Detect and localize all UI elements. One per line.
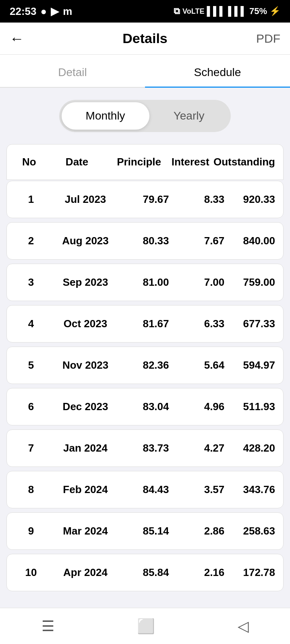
cell-outstanding: 759.00 bbox=[240, 276, 275, 289]
whatsapp-icon: ● bbox=[41, 5, 47, 18]
yearly-toggle-button[interactable]: Yearly bbox=[149, 102, 229, 130]
bottom-navigation: ☰ ⬜ ◁ bbox=[0, 608, 290, 644]
cell-interest: 4.27 bbox=[188, 442, 240, 454]
lightning-icon: ⚡ bbox=[269, 6, 280, 17]
cell-outstanding: 677.33 bbox=[240, 318, 275, 330]
signal-icon-1: ▌▌▌ bbox=[207, 6, 226, 17]
home-icon[interactable]: ⬜ bbox=[137, 618, 155, 635]
cell-interest: 7.67 bbox=[188, 235, 240, 247]
cell-principle: 83.04 bbox=[124, 400, 188, 413]
location-icon: ▶ bbox=[51, 5, 59, 18]
col-header-outstanding: Outstanding bbox=[213, 156, 275, 168]
cell-principle: 84.43 bbox=[124, 483, 188, 496]
cell-interest: 3.57 bbox=[188, 483, 240, 496]
nav-back-icon[interactable]: ◁ bbox=[238, 618, 249, 635]
table-row: 8 Feb 2024 84.43 3.57 343.76 bbox=[6, 471, 284, 508]
view-toggle-container: Monthly Yearly bbox=[0, 88, 290, 144]
cell-no: 4 bbox=[15, 318, 47, 330]
cell-no: 2 bbox=[15, 235, 47, 247]
table-row: 7 Jan 2024 83.73 4.27 428.20 bbox=[6, 429, 284, 467]
cell-outstanding: 258.63 bbox=[240, 525, 275, 537]
volte-icon: VoLTE bbox=[182, 7, 204, 16]
table-header: No Date Principle Interest Outstanding bbox=[6, 144, 284, 180]
tab-bar: Detail Schedule bbox=[0, 55, 290, 88]
cell-interest: 8.33 bbox=[188, 193, 240, 206]
status-time: 22:53 bbox=[10, 5, 37, 18]
tab-detail[interactable]: Detail bbox=[0, 55, 145, 87]
col-header-no: No bbox=[15, 156, 43, 168]
col-header-principle: Principle bbox=[111, 156, 168, 168]
cell-date: Oct 2023 bbox=[47, 318, 124, 330]
view-toggle: Monthly Yearly bbox=[59, 100, 231, 132]
cell-no: 1 bbox=[15, 193, 47, 206]
cell-date: Apr 2024 bbox=[47, 566, 124, 579]
col-header-interest: Interest bbox=[167, 156, 213, 168]
table-row: 1 Jul 2023 79.67 8.33 920.33 bbox=[6, 181, 284, 218]
cell-outstanding: 594.97 bbox=[240, 359, 275, 372]
col-header-date: Date bbox=[43, 156, 110, 168]
cell-principle: 81.00 bbox=[124, 276, 188, 289]
cell-interest: 2.16 bbox=[188, 566, 240, 579]
table-row: 6 Dec 2023 83.04 4.96 511.93 bbox=[6, 388, 284, 425]
page-title: Details bbox=[122, 31, 168, 46]
table-row: 3 Sep 2023 81.00 7.00 759.00 bbox=[6, 264, 284, 301]
cell-no: 3 bbox=[15, 276, 47, 289]
cell-principle: 85.14 bbox=[124, 525, 188, 537]
cell-principle: 83.73 bbox=[124, 442, 188, 454]
cell-interest: 4.96 bbox=[188, 400, 240, 413]
cell-principle: 80.33 bbox=[124, 235, 188, 247]
cell-outstanding: 428.20 bbox=[240, 442, 275, 454]
cell-date: Nov 2023 bbox=[47, 359, 124, 372]
cell-date: Sep 2023 bbox=[47, 276, 124, 289]
mail-icon: m bbox=[63, 5, 72, 18]
status-left: 22:53 ● ▶ m bbox=[10, 5, 72, 18]
cell-outstanding: 343.76 bbox=[240, 483, 275, 496]
cell-principle: 82.36 bbox=[124, 359, 188, 372]
cell-date: Aug 2023 bbox=[47, 235, 124, 247]
cell-date: Dec 2023 bbox=[47, 400, 124, 413]
back-button[interactable]: ← bbox=[10, 30, 24, 47]
monthly-toggle-button[interactable]: Monthly bbox=[62, 102, 149, 130]
table-row: 9 Mar 2024 85.14 2.86 258.63 bbox=[6, 512, 284, 550]
sim-icon: ⧉ bbox=[174, 6, 180, 17]
cell-outstanding: 511.93 bbox=[240, 400, 275, 413]
cell-interest: 2.86 bbox=[188, 525, 240, 537]
header: ← Details PDF bbox=[0, 23, 290, 55]
cell-principle: 85.84 bbox=[124, 566, 188, 579]
battery-status: 75% bbox=[249, 6, 267, 17]
cell-date: Jan 2024 bbox=[47, 442, 124, 454]
status-right: ⧉ VoLTE ▌▌▌ ▌▌▌ 75% ⚡ bbox=[174, 6, 280, 17]
status-bar: 22:53 ● ▶ m ⧉ VoLTE ▌▌▌ ▌▌▌ 75% ⚡ bbox=[0, 0, 290, 23]
cell-no: 7 bbox=[15, 442, 47, 454]
cell-no: 10 bbox=[15, 566, 47, 579]
cell-interest: 7.00 bbox=[188, 276, 240, 289]
cell-no: 6 bbox=[15, 400, 47, 413]
cell-outstanding: 840.00 bbox=[240, 235, 275, 247]
cell-no: 9 bbox=[15, 525, 47, 537]
schedule-table: No Date Principle Interest Outstanding 1… bbox=[0, 144, 290, 591]
cell-date: Mar 2024 bbox=[47, 525, 124, 537]
cell-date: Feb 2024 bbox=[47, 483, 124, 496]
cell-no: 5 bbox=[15, 359, 47, 372]
cell-principle: 79.67 bbox=[124, 193, 188, 206]
cell-date: Jul 2023 bbox=[47, 193, 124, 206]
pdf-button[interactable]: PDF bbox=[256, 32, 280, 45]
signal-icon-2: ▌▌▌ bbox=[228, 6, 247, 17]
cell-outstanding: 172.78 bbox=[240, 566, 275, 579]
cell-interest: 6.33 bbox=[188, 318, 240, 330]
cell-interest: 5.64 bbox=[188, 359, 240, 372]
table-row: 4 Oct 2023 81.67 6.33 677.33 bbox=[6, 305, 284, 343]
tab-schedule[interactable]: Schedule bbox=[145, 55, 290, 87]
table-row: 2 Aug 2023 80.33 7.67 840.00 bbox=[6, 222, 284, 260]
cell-outstanding: 920.33 bbox=[240, 193, 275, 206]
cell-principle: 81.67 bbox=[124, 318, 188, 330]
menu-icon[interactable]: ☰ bbox=[41, 618, 54, 635]
table-row: 10 Apr 2024 85.84 2.16 172.78 bbox=[6, 554, 284, 591]
cell-no: 8 bbox=[15, 483, 47, 496]
table-row: 5 Nov 2023 82.36 5.64 594.97 bbox=[6, 347, 284, 384]
